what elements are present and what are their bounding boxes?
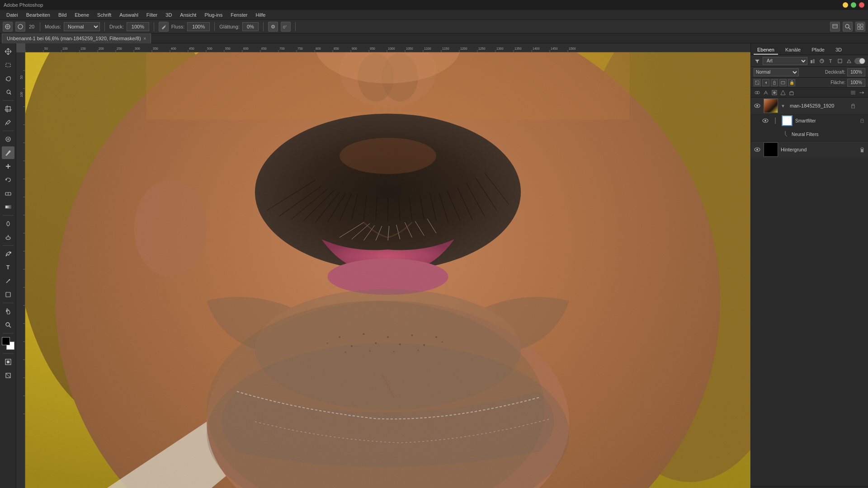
layer-row-man[interactable]: ▼ man-1845259_1920 <box>751 98 868 114</box>
menu-ebene[interactable]: Ebene <box>71 11 93 19</box>
svg-rect-230 <box>861 120 863 122</box>
filter-toggle[interactable] <box>854 58 865 64</box>
opacity-input[interactable] <box>847 68 865 76</box>
mask-channel-icon[interactable] <box>771 89 778 96</box>
tool-pen[interactable] <box>2 248 14 260</box>
filter-shape-icon[interactable] <box>836 57 844 65</box>
tab-ebenen[interactable]: Ebenen <box>754 46 778 55</box>
smoothing-input[interactable] <box>242 22 259 31</box>
canvas-viewport[interactable] <box>25 52 750 488</box>
tool-quick-mask[interactable] <box>2 356 14 368</box>
maximize-btn[interactable] <box>851 2 856 8</box>
tool-lasso[interactable] <box>2 72 14 85</box>
blend-mode-select[interactable]: Normal Multiplizieren Abdunkeln <box>64 22 100 31</box>
tool-text[interactable]: T <box>2 261 14 274</box>
menu-schrift[interactable]: Schrift <box>94 11 115 19</box>
close-btn[interactable] <box>859 2 864 8</box>
menu-plugins[interactable]: Plug-ins <box>201 11 226 19</box>
menu-fenster[interactable]: Fenster <box>227 11 251 19</box>
layers-panel-row <box>751 88 868 98</box>
menu-hilfe[interactable]: Hilfe <box>252 11 269 19</box>
tool-crop[interactable] <box>2 103 14 115</box>
tool-screen-mode[interactable] <box>2 369 14 382</box>
angle-icon[interactable]: 0° <box>281 22 291 32</box>
tool-gradient[interactable] <box>2 201 14 213</box>
foreground-color-swatch[interactable] <box>2 337 10 345</box>
menu-bild[interactable]: Bild <box>55 11 70 19</box>
layer-row-hintergrund[interactable]: Hintergrund <box>751 141 868 158</box>
color-swatches[interactable] <box>2 337 14 350</box>
tool-history[interactable] <box>2 174 14 186</box>
layer-options-icon[interactable] <box>858 89 865 96</box>
svg-text:700: 700 <box>279 47 285 50</box>
menu-auswahl[interactable]: Auswahl <box>116 11 142 19</box>
clipping-mask-icon[interactable] <box>788 89 795 96</box>
flaeche-input[interactable] <box>847 79 865 87</box>
menu-bearbeiten[interactable]: Bearbeiten <box>23 11 54 19</box>
layer-lock-man[interactable] <box>850 103 856 109</box>
filter-smart-icon[interactable] <box>845 57 853 65</box>
filter-pixel-icon[interactable] <box>809 57 816 65</box>
tool-clone[interactable] <box>2 160 14 173</box>
brush-size-icon[interactable] <box>15 22 25 32</box>
tool-brush[interactable] <box>2 146 14 159</box>
layer-filter-select[interactable]: Art <box>763 57 807 65</box>
tool-eyedropper[interactable] <box>2 116 14 129</box>
flow-input[interactable] <box>187 22 210 31</box>
workspace-icon[interactable] <box>830 22 840 32</box>
tool-move[interactable] <box>2 45 14 58</box>
menu-3d[interactable]: 3D <box>162 11 175 19</box>
lock-position-btn[interactable] <box>771 79 778 86</box>
layer-row-neural-filters[interactable]: Neural Filters <box>751 127 868 141</box>
tool-blur[interactable] <box>2 217 14 230</box>
tool-healing[interactable] <box>2 133 14 145</box>
photo-image <box>25 52 750 488</box>
vector-mask-icon[interactable] <box>779 89 787 96</box>
layers-filter-icon[interactable] <box>754 57 761 65</box>
chain-icon[interactable] <box>754 89 761 96</box>
filter-adj-icon[interactable] <box>818 57 826 65</box>
tool-path-select[interactable] <box>2 275 14 287</box>
minimize-btn[interactable] <box>843 2 848 8</box>
current-tool-icon[interactable] <box>3 22 13 32</box>
tool-eraser[interactable] <box>2 187 14 200</box>
arrange-icon[interactable] <box>855 22 865 32</box>
druck-input[interactable] <box>127 22 149 31</box>
svg-text:1500: 1500 <box>569 47 576 50</box>
fx-icon[interactable] <box>762 89 769 96</box>
tool-shape[interactable] <box>2 288 14 301</box>
tab-close-btn[interactable]: × <box>144 36 146 41</box>
tab-pfade[interactable]: Pfade <box>808 46 828 55</box>
document-tab[interactable]: Unbenannt-1 bei 66,6% (man-1845259_1920,… <box>2 33 151 43</box>
menu-datei[interactable]: Datei <box>3 11 22 19</box>
tool-quick-select[interactable] <box>2 86 14 99</box>
smoothing-settings-icon[interactable] <box>268 22 278 32</box>
lock-artboard-btn[interactable] <box>779 79 787 86</box>
tool-hand[interactable] <box>2 305 14 318</box>
svg-rect-203 <box>813 59 815 63</box>
lock-all-btn[interactable]: 🔒 <box>788 79 795 86</box>
tool-marquee[interactable] <box>2 59 14 71</box>
lock-transparent-btn[interactable] <box>754 79 761 86</box>
filter-text-icon[interactable]: T <box>827 57 835 65</box>
svg-point-188 <box>340 138 436 174</box>
svg-text:0°: 0° <box>283 25 287 29</box>
tab-3d[interactable]: 3D <box>832 46 845 55</box>
airbrush-icon[interactable] <box>159 22 169 32</box>
menu-filter[interactable]: Filter <box>143 11 161 19</box>
menu-ansicht[interactable]: Ansicht <box>176 11 200 19</box>
tool-dodge[interactable] <box>2 231 14 244</box>
layer-blend-select[interactable]: Normal Multiplizieren Überblenden <box>754 68 799 76</box>
lock-pixels-btn[interactable] <box>762 79 769 86</box>
search-icon[interactable] <box>843 22 853 32</box>
smartfilter-vis[interactable] <box>762 117 769 124</box>
tab-kanaele[interactable]: Kanäle <box>782 46 804 55</box>
layer-vis-hintergrund[interactable] <box>754 146 761 153</box>
layer-vis-man[interactable] <box>754 102 761 109</box>
tool-zoom[interactable] <box>2 319 14 331</box>
layer-expand-man[interactable]: ▼ <box>781 103 787 108</box>
flow-label: Fluss: <box>171 24 184 29</box>
svg-line-232 <box>785 135 787 136</box>
layer-row-smartfilter[interactable]: Smartfilter <box>751 114 868 127</box>
layer-arrange-icon[interactable] <box>849 89 857 96</box>
